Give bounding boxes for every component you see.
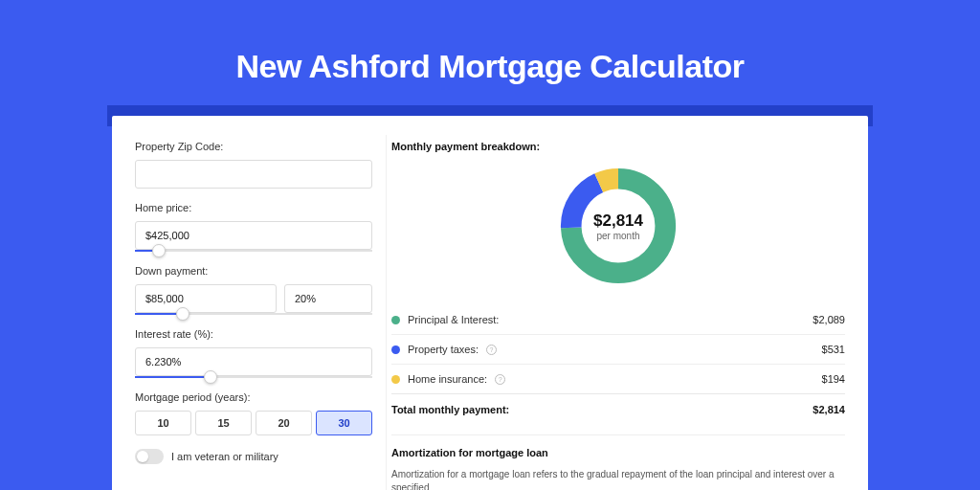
total-value: $2,814	[813, 404, 845, 415]
column-divider	[386, 135, 387, 490]
zip-field: Property Zip Code:	[135, 141, 372, 189]
interest-rate-input[interactable]	[135, 347, 372, 376]
down-payment-percent-input[interactable]	[284, 284, 372, 313]
down-payment-slider[interactable]	[135, 313, 372, 315]
legend-row: Home insurance:?$194	[391, 365, 845, 393]
legend-label: Principal & Interest:	[408, 314, 499, 325]
amortization-section: Amortization for mortgage loan Amortizat…	[391, 434, 845, 490]
veteran-toggle-row: I am veteran or military	[135, 449, 372, 464]
legend-label: Home insurance:	[408, 373, 487, 385]
donut-total-sub: per month	[596, 231, 639, 241]
home-price-slider-thumb[interactable]	[152, 244, 166, 257]
inputs-panel: Property Zip Code: Home price: Down paym…	[135, 141, 372, 490]
home-price-input[interactable]	[135, 221, 372, 250]
donut-total-value: $2,814	[593, 212, 643, 231]
legend-dot	[391, 345, 400, 354]
total-label: Total monthly payment:	[391, 404, 509, 415]
veteran-toggle-label: I am veteran or military	[171, 451, 278, 462]
mortgage-period-label: Mortgage period (years):	[135, 391, 372, 403]
zip-label: Property Zip Code:	[135, 141, 372, 152]
amortization-text: Amortization for a mortgage loan refers …	[391, 468, 845, 490]
breakdown-panel: Monthly payment breakdown: $2,814 per mo…	[391, 141, 845, 490]
interest-rate-label: Interest rate (%):	[135, 328, 372, 340]
home-price-label: Home price:	[135, 202, 372, 213]
interest-rate-slider-fill	[135, 376, 211, 378]
mortgage-period-field: Mortgage period (years): 10152030	[135, 391, 372, 435]
page-title: New Ashford Mortgage Calculator	[235, 48, 744, 85]
period-button-20[interactable]: 20	[256, 411, 312, 435]
legend-dot	[391, 375, 400, 384]
veteran-toggle[interactable]	[135, 449, 164, 464]
legend-label: Property taxes:	[408, 344, 479, 355]
legend-value: $2,089	[813, 314, 845, 325]
donut-chart-wrap: $2,814 per month	[391, 164, 845, 288]
donut-chart: $2,814 per month	[556, 164, 680, 288]
legend-value: $194	[822, 373, 845, 385]
down-payment-field: Down payment:	[135, 265, 372, 315]
legend-row: Property taxes:?$531	[391, 335, 845, 365]
period-button-10[interactable]: 10	[135, 411, 191, 435]
amortization-title: Amortization for mortgage loan	[391, 447, 845, 458]
period-button-15[interactable]: 15	[195, 411, 252, 435]
veteran-toggle-knob	[137, 451, 148, 462]
calculator-card: Property Zip Code: Home price: Down paym…	[112, 116, 868, 490]
info-icon[interactable]: ?	[495, 374, 505, 385]
info-icon[interactable]: ?	[486, 345, 497, 355]
interest-rate-slider[interactable]	[135, 376, 372, 378]
total-row: Total monthly payment: $2,814	[391, 393, 845, 429]
interest-rate-field: Interest rate (%):	[135, 328, 372, 378]
down-payment-label: Down payment:	[135, 265, 372, 277]
home-price-field: Home price:	[135, 202, 372, 252]
interest-rate-slider-thumb[interactable]	[204, 370, 217, 384]
breakdown-title: Monthly payment breakdown:	[391, 141, 845, 152]
legend-row: Principal & Interest:$2,089	[391, 305, 845, 335]
legend-dot	[391, 316, 400, 324]
down-payment-amount-input[interactable]	[135, 284, 277, 313]
home-price-slider[interactable]	[135, 250, 372, 252]
down-payment-slider-thumb[interactable]	[176, 307, 189, 321]
legend-value: $531	[822, 344, 845, 355]
zip-input[interactable]	[135, 160, 372, 189]
period-button-30[interactable]: 30	[316, 411, 372, 435]
